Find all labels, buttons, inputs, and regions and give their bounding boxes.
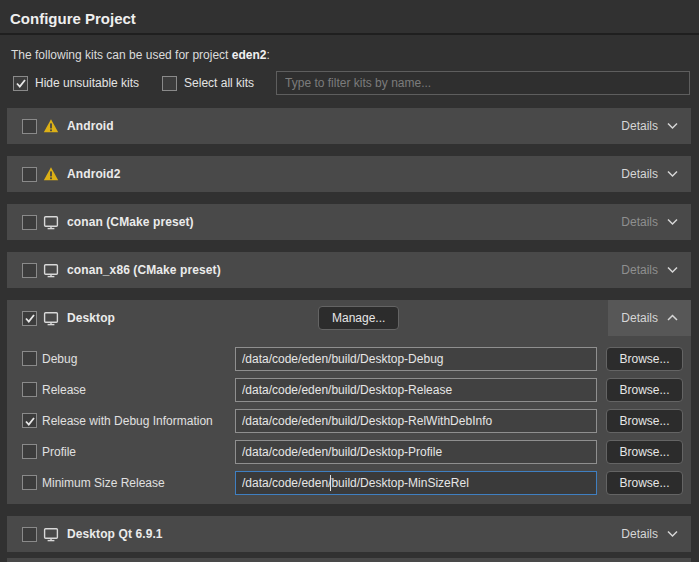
config-row-release: Release Browse... bbox=[22, 374, 683, 405]
chevron-down-icon bbox=[667, 218, 678, 226]
details-toggle-conan-x86[interactable]: Details bbox=[608, 252, 691, 288]
kit-list: Android Details Android2 Details conan (… bbox=[0, 108, 699, 562]
config-checkbox-profile[interactable] bbox=[22, 444, 37, 459]
build-dir-input-profile[interactable] bbox=[235, 440, 597, 464]
kit-name: conan (CMake preset) bbox=[67, 215, 194, 229]
build-dir-input-relwithdebinfo[interactable] bbox=[235, 409, 597, 433]
select-all-checkbox[interactable] bbox=[162, 76, 177, 91]
desktop-icon bbox=[43, 527, 59, 542]
details-label: Details bbox=[621, 527, 658, 541]
browse-button[interactable]: Browse... bbox=[606, 378, 683, 402]
browse-button[interactable]: Browse... bbox=[606, 409, 683, 433]
config-row-profile: Profile Browse... bbox=[22, 436, 683, 467]
config-row-minsizerel: Minimum Size Release Browse... bbox=[22, 467, 683, 498]
warning-icon bbox=[43, 118, 59, 134]
chevron-down-icon bbox=[667, 122, 678, 130]
hide-unsuitable-checkbox[interactable] bbox=[13, 76, 28, 91]
subtitle-colon: : bbox=[266, 48, 269, 62]
kit-filter-controls: Hide unsuitable kits Select all kits bbox=[13, 71, 690, 95]
kit-checkbox-conan[interactable] bbox=[22, 215, 37, 230]
config-checkbox-minsizerel[interactable] bbox=[22, 475, 37, 490]
details-toggle-desktop[interactable]: Details bbox=[608, 300, 691, 336]
kit-name: Desktop bbox=[67, 311, 115, 325]
kit-row-conan: conan (CMake preset) Details bbox=[7, 204, 691, 240]
build-config-list: Debug Browse... Release Browse... Releas… bbox=[7, 336, 691, 504]
details-label: Details bbox=[621, 119, 658, 133]
config-checkbox-debug[interactable] bbox=[22, 351, 37, 366]
details-toggle-conan[interactable]: Details bbox=[608, 204, 691, 240]
build-dir-input-release[interactable] bbox=[235, 378, 597, 402]
desktop-icon bbox=[43, 263, 59, 278]
config-label: Debug bbox=[42, 352, 235, 366]
details-label: Details bbox=[621, 311, 658, 325]
hide-unsuitable-group: Hide unsuitable kits bbox=[13, 76, 139, 91]
build-dir-input-debug[interactable] bbox=[235, 347, 597, 371]
kit-row-android: Android Details bbox=[7, 108, 691, 144]
details-toggle-android2[interactable]: Details bbox=[608, 156, 691, 192]
path-field-wrap bbox=[235, 440, 597, 464]
text-caret bbox=[330, 475, 331, 491]
kit-checkbox-conan-x86[interactable] bbox=[22, 263, 37, 278]
config-row-debug: Debug Browse... bbox=[22, 343, 683, 374]
kit-checkbox-desktop[interactable] bbox=[22, 311, 37, 326]
chevron-down-icon bbox=[667, 530, 678, 538]
config-label: Profile bbox=[42, 445, 235, 459]
kit-checkbox-android2[interactable] bbox=[22, 167, 37, 182]
config-row-relwithdebinfo: Release with Debug Information Browse... bbox=[22, 405, 683, 436]
path-field-wrap bbox=[235, 378, 597, 402]
details-label: Details bbox=[621, 263, 658, 277]
config-checkbox-relwithdebinfo[interactable] bbox=[22, 413, 37, 428]
config-label: Release with Debug Information bbox=[42, 414, 235, 428]
select-all-group: Select all kits bbox=[162, 76, 254, 91]
details-toggle-desktop-qt[interactable]: Details bbox=[608, 516, 691, 552]
title-separator bbox=[0, 33, 699, 35]
chevron-up-icon bbox=[667, 314, 678, 322]
kit-section-desktop: Desktop Manage... Details Debug Browse..… bbox=[7, 300, 691, 504]
kit-row-desktop-qt: Desktop Qt 6.9.1 Details bbox=[7, 516, 691, 552]
check-icon bbox=[24, 415, 36, 427]
kit-name: Android2 bbox=[67, 167, 120, 181]
check-icon bbox=[24, 312, 36, 324]
kit-name: conan_x86 (CMake preset) bbox=[67, 263, 221, 277]
kit-filter-input[interactable] bbox=[276, 71, 690, 95]
config-label: Minimum Size Release bbox=[42, 476, 235, 490]
kit-row-android2: Android2 Details bbox=[7, 156, 691, 192]
path-field-wrap-focused bbox=[235, 471, 597, 495]
desktop-icon bbox=[43, 215, 59, 230]
kit-row-partial bbox=[7, 558, 691, 562]
chevron-down-icon bbox=[667, 266, 678, 274]
kits-subtitle: The following kits can be used for proje… bbox=[11, 48, 689, 62]
manage-button[interactable]: Manage... bbox=[318, 306, 399, 330]
details-label: Details bbox=[621, 215, 658, 229]
build-dir-input-minsizerel[interactable] bbox=[235, 471, 597, 495]
desktop-icon bbox=[43, 311, 59, 326]
kit-row-conan-x86: conan_x86 (CMake preset) Details bbox=[7, 252, 691, 288]
browse-button[interactable]: Browse... bbox=[606, 440, 683, 464]
path-field-wrap bbox=[235, 409, 597, 433]
check-icon bbox=[15, 77, 27, 89]
browse-button[interactable]: Browse... bbox=[606, 347, 683, 371]
browse-button[interactable]: Browse... bbox=[606, 471, 683, 495]
page-title: Configure Project bbox=[0, 0, 699, 33]
hide-unsuitable-label[interactable]: Hide unsuitable kits bbox=[35, 76, 139, 90]
kit-name: Android bbox=[67, 119, 114, 133]
select-all-label[interactable]: Select all kits bbox=[184, 76, 254, 90]
subtitle-text: The following kits can be used for proje… bbox=[11, 48, 232, 62]
path-field-wrap bbox=[235, 347, 597, 371]
details-label: Details bbox=[621, 167, 658, 181]
details-toggle-android[interactable]: Details bbox=[608, 108, 691, 144]
kit-row-desktop: Desktop Manage... Details bbox=[7, 300, 691, 336]
project-name: eden2 bbox=[232, 48, 267, 62]
kit-checkbox-desktop-qt[interactable] bbox=[22, 527, 37, 542]
config-checkbox-release[interactable] bbox=[22, 382, 37, 397]
kit-checkbox-android[interactable] bbox=[22, 119, 37, 134]
config-label: Release bbox=[42, 383, 235, 397]
warning-icon bbox=[43, 166, 59, 182]
chevron-down-icon bbox=[667, 170, 678, 178]
kit-name: Desktop Qt 6.9.1 bbox=[67, 527, 163, 541]
